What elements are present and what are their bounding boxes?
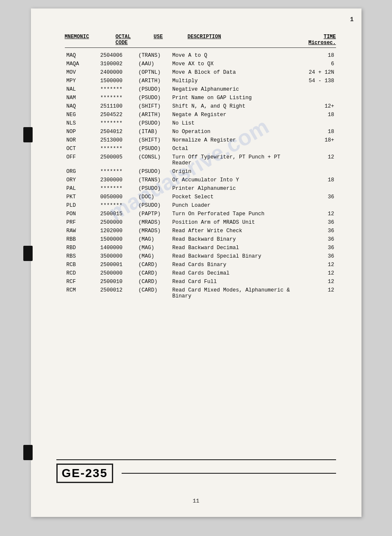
table-row: PLD ******* (PSUDO) Punch Loader xyxy=(65,201,336,210)
cell-time xyxy=(302,144,336,153)
cell-time: 12 xyxy=(302,153,336,167)
cell-mnemonic: RBD xyxy=(65,244,99,252)
cell-use: (PSUDO) xyxy=(137,201,171,210)
cell-use: (MRADS) xyxy=(137,218,171,227)
table-row: PAL ******* (PSUDO) Printer Alphanumeric xyxy=(65,184,336,193)
cell-use: (PSUDO) xyxy=(137,144,171,153)
cell-octal: 2300000 xyxy=(99,176,137,184)
cell-use: (SHIFT) xyxy=(137,136,171,144)
cell-use: (CONSL) xyxy=(137,153,171,167)
table-row: NOP 2504012 (ITAB) No Operation 18 xyxy=(65,128,336,136)
cell-use: (ITAB) xyxy=(137,128,171,136)
cell-time: 12 xyxy=(302,261,336,269)
cell-mnemonic: OCT xyxy=(65,144,99,153)
cell-octal: 1500000 xyxy=(99,235,137,244)
cell-mnemonic: PON xyxy=(65,210,99,218)
cell-mnemonic: OFF xyxy=(65,153,99,167)
cell-desc: Read Backward Binary xyxy=(171,235,302,244)
cell-desc: Turn On Perforated Tape Punch xyxy=(171,210,302,218)
cell-desc: Shift N, A, and Q Right xyxy=(171,102,302,111)
cell-time: 36 xyxy=(302,218,336,227)
cell-mnemonic: RCF xyxy=(65,278,99,286)
cell-use: (ARITH) xyxy=(137,77,171,85)
cell-desc: Octal xyxy=(171,144,302,153)
cell-time: 54 - 138 xyxy=(302,77,336,85)
cell-mnemonic: ORG xyxy=(65,167,99,176)
cell-time xyxy=(302,201,336,210)
header-use: USE xyxy=(154,34,188,46)
cell-time: 36 xyxy=(302,227,336,235)
table-row: RBS 3500000 (MAG) Read Backward Special … xyxy=(65,252,336,261)
cell-octal: 1500000 xyxy=(99,77,137,85)
cell-mnemonic: MAQA xyxy=(65,60,99,68)
cell-desc: Printer Alphanumeric xyxy=(171,184,302,193)
table-row: MPY 1500000 (ARITH) Multiply 54 - 138 xyxy=(65,77,336,85)
cell-desc: Punch Loader xyxy=(171,201,302,210)
cell-desc: Read After Write Check xyxy=(171,227,302,235)
cell-use: (MAG) xyxy=(137,252,171,261)
corner-mark: 1 xyxy=(350,16,353,23)
cell-mnemonic: PAL xyxy=(65,184,99,193)
table-row: NAQ 2511100 (SHIFT) Shift N, A, and Q Ri… xyxy=(65,102,336,111)
cell-mnemonic: RBS xyxy=(65,252,99,261)
instruction-table: MAQ 2504006 (TRANS) Move A to Q 18 MAQA … xyxy=(65,51,336,300)
cell-octal: ******* xyxy=(99,119,137,128)
footer-rule xyxy=(122,473,336,474)
cell-time: 6 xyxy=(302,60,336,68)
cell-time: 36 xyxy=(302,193,336,201)
cell-use: (AAU) xyxy=(137,60,171,68)
cell-mnemonic: ORY xyxy=(65,176,99,184)
cell-desc: Turn Off Typewriter, PT Punch + PT Reade… xyxy=(171,153,302,167)
cell-time xyxy=(302,184,336,193)
page-number: 11 xyxy=(193,498,200,504)
table-row: OFF 2500005 (CONSL) Turn Off Typewriter,… xyxy=(65,153,336,167)
cell-time xyxy=(302,85,336,94)
table-row: MOV 2400000 (OPTNL) Move A Block of Data… xyxy=(65,68,336,77)
cell-use: (SHIFT) xyxy=(137,102,171,111)
table-row: ORY 2300000 (TRANS) Or Accumulator Into … xyxy=(65,176,336,184)
cell-octal: 2504522 xyxy=(99,111,137,119)
cell-use: (PSUDO) xyxy=(137,119,171,128)
cell-octal: 2500010 xyxy=(99,278,137,286)
table-row: OCT ******* (PSUDO) Octal xyxy=(65,144,336,153)
table-row: MAQ 2504006 (TRANS) Move A to Q 18 xyxy=(65,51,336,60)
cell-octal: 2513000 xyxy=(99,136,137,144)
cell-mnemonic: NEG xyxy=(65,111,99,119)
table-row: PON 2500015 (PAPTP) Turn On Perforated T… xyxy=(65,210,336,218)
table-row: PKT 0050000 (DOC) Pocket Select 36 xyxy=(65,193,336,201)
table-row: RCB 2500001 (CARD) Read Cards Binary 12 xyxy=(65,261,336,269)
cell-desc: Or Accumulator Into Y xyxy=(171,176,302,184)
cell-octal: 2500000 xyxy=(99,218,137,227)
cell-octal: ******* xyxy=(99,94,137,102)
cell-octal: 0050000 xyxy=(99,193,137,201)
cell-use: (PSUDO) xyxy=(137,85,171,94)
cell-use: (TRANS) xyxy=(137,51,171,60)
cell-time: 12 xyxy=(302,269,336,278)
cell-octal: ******* xyxy=(99,184,137,193)
cell-octal: 3500000 xyxy=(99,252,137,261)
cell-time: 12+ xyxy=(302,102,336,111)
cell-time xyxy=(302,119,336,128)
cell-desc: Pocket Select xyxy=(171,193,302,201)
header-octal: OCTAL CODE xyxy=(116,34,154,46)
cell-mnemonic: PRF xyxy=(65,218,99,227)
table-row: RCF 2500010 (CARD) Read Card Full 12 xyxy=(65,278,336,286)
cell-desc: Move A to Q xyxy=(171,51,302,60)
cell-mnemonic: RCB xyxy=(65,261,99,269)
cell-use: (PSUDO) xyxy=(137,94,171,102)
table-row: NLS ******* (PSUDO) No List xyxy=(65,119,336,128)
table-row: RAW 1202000 (MRADS) Read After Write Che… xyxy=(65,227,336,235)
cell-desc: Read Cards Decimal xyxy=(171,269,302,278)
cell-time: 36 xyxy=(302,252,336,261)
cell-mnemonic: NLS xyxy=(65,119,99,128)
cell-mnemonic: PKT xyxy=(65,193,99,201)
table-row: NEG 2504522 (ARITH) Negate A Register 18 xyxy=(65,111,336,119)
table-row: NOR 2513000 (SHIFT) Normalize A Register… xyxy=(65,136,336,144)
table-row: ORG ******* (PSUDO) Origin xyxy=(65,167,336,176)
footer: GE-235 xyxy=(56,459,336,483)
left-tab-2 xyxy=(23,246,33,261)
cell-use: (ARITH) xyxy=(137,111,171,119)
cell-time: 12 xyxy=(302,210,336,218)
cell-use: (PAPTP) xyxy=(137,210,171,218)
cell-mnemonic: PLD xyxy=(65,201,99,210)
